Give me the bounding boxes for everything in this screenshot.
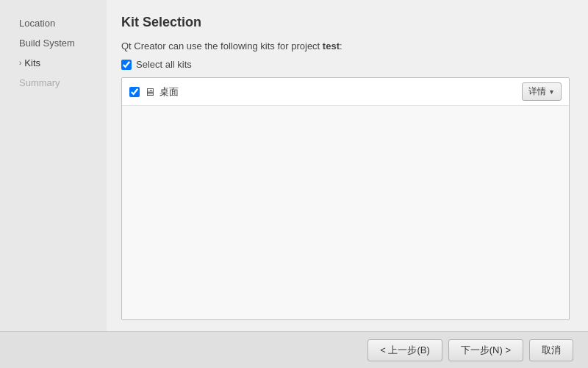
kit-name-desktop: 桌面	[159, 85, 179, 99]
sidebar-item-location[interactable]: Location	[15, 15, 99, 32]
page-title: Kit Selection	[121, 15, 570, 30]
details-button[interactable]: 详情 ▼	[522, 82, 562, 101]
cancel-button[interactable]: 取消	[529, 339, 573, 361]
back-button[interactable]: < 上一步(B)	[368, 339, 442, 361]
details-button-label: 详情	[528, 85, 546, 98]
description-prefix: Qt Creator can use the following kits fo…	[121, 40, 323, 52]
sidebar: Location Build System › Kits Summary	[0, 0, 107, 331]
description-text: Qt Creator can use the following kits fo…	[121, 40, 570, 52]
sidebar-item-build-system[interactable]: Build System	[15, 35, 99, 52]
description-suffix: :	[340, 40, 343, 52]
main-panel: Kit Selection Qt Creator can use the fol…	[107, 0, 588, 331]
sidebar-item-label-kits: Kits	[24, 57, 40, 68]
select-all-checkbox[interactable]	[121, 60, 132, 70]
select-all-label[interactable]: Select all kits	[136, 59, 192, 70]
sidebar-item-label-location: Location	[19, 18, 55, 29]
kits-list-box: 🖥 桌面 详情 ▼	[121, 77, 570, 320]
sidebar-item-label-summary: Summary	[19, 77, 60, 88]
next-button[interactable]: 下一步(N) >	[448, 339, 523, 361]
kit-row-left: 🖥 桌面	[129, 85, 522, 99]
kit-row-desktop: 🖥 桌面 详情 ▼	[122, 78, 569, 106]
project-name: test	[323, 40, 340, 52]
sidebar-item-kits[interactable]: › Kits	[15, 54, 99, 71]
details-dropdown-icon: ▼	[548, 88, 555, 96]
kits-arrow-icon: ›	[19, 59, 21, 67]
monitor-icon: 🖥	[144, 85, 155, 98]
sidebar-item-summary: Summary	[15, 74, 99, 91]
footer: < 上一步(B) 下一步(N) > 取消	[0, 331, 588, 368]
sidebar-item-label-build-system: Build System	[19, 38, 75, 49]
kit-checkbox-desktop[interactable]	[129, 87, 140, 97]
select-all-row: Select all kits	[121, 59, 570, 70]
